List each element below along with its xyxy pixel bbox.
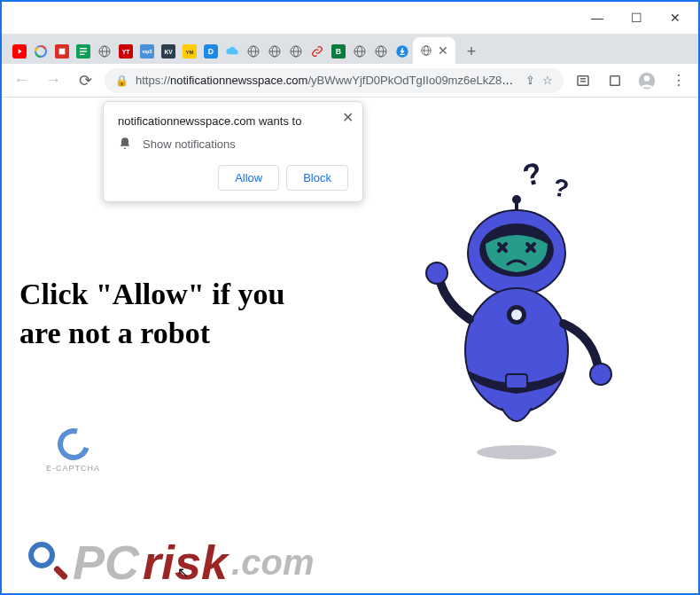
url-field[interactable]: 🔒 https://notificationnewsspace.com/yBWw… (105, 68, 564, 93)
svg-point-47 (644, 75, 650, 82)
svg-rect-5 (80, 48, 87, 49)
menu-icon[interactable]: ⋮ (666, 68, 691, 93)
window-maximize-button[interactable]: ☐ (617, 4, 656, 31)
permission-close-button[interactable]: ✕ (342, 109, 354, 126)
tab-favicon-globe-1[interactable] (94, 39, 115, 64)
tab-favicon-download[interactable] (392, 39, 413, 64)
tab-favicon-green-doc[interactable] (73, 39, 94, 64)
tab-favicon-ym[interactable]: YM (179, 39, 200, 64)
svg-point-60 (426, 262, 447, 284)
captcha-spinner-icon (51, 422, 95, 466)
captcha-label: E-CAPTCHA (46, 464, 100, 473)
tab-favicon-google[interactable] (30, 39, 51, 64)
tab-favicon-kv[interactable]: KV (158, 39, 179, 64)
tab-favicon-yt-red[interactable]: YT (115, 39, 136, 64)
profile-icon[interactable] (634, 68, 659, 93)
pcrisk-watermark: PCrisk.com (28, 535, 314, 590)
watermark-com: .com (231, 543, 314, 583)
permission-block-button[interactable]: Block (286, 165, 348, 191)
svg-text:mp3: mp3 (143, 49, 152, 54)
tab-favicon-link[interactable] (307, 39, 328, 64)
svg-rect-6 (80, 51, 87, 51)
svg-rect-3 (59, 49, 66, 55)
nav-forward-button[interactable]: → (41, 68, 66, 93)
magnifier-icon (28, 542, 69, 583)
share-icon[interactable]: ⇪ (525, 74, 535, 87)
svg-text:B: B (336, 47, 341, 56)
nav-reload-button[interactable]: ⟳ (73, 68, 97, 93)
new-tab-button[interactable]: + (459, 39, 484, 64)
svg-text:YM: YM (186, 50, 194, 55)
page-content: ✕ notificationnewsspace.com wants to Sho… (2, 98, 698, 595)
tab-favicon-globe-4[interactable] (285, 39, 307, 64)
svg-point-58 (511, 309, 522, 320)
tab-active[interactable]: ✕ (413, 37, 455, 64)
url-text: https://notificationnewsspace.com/yBWwwY… (136, 74, 518, 87)
captcha-badge: E-CAPTCHA (46, 428, 100, 473)
bell-icon (118, 137, 132, 151)
svg-point-51 (512, 195, 521, 204)
svg-text:D: D (208, 47, 214, 56)
star-icon[interactable]: ☆ (542, 74, 553, 87)
tab-favicon-mp3[interactable]: mp3 (136, 39, 158, 64)
svg-rect-45 (611, 75, 620, 85)
svg-rect-7 (80, 54, 84, 55)
tab-favicon-globe-3[interactable] (264, 39, 285, 64)
reading-list-icon[interactable] (571, 68, 595, 93)
tab-favicon-red-square[interactable] (51, 39, 73, 64)
tab-favicon-globe-2[interactable] (243, 39, 264, 64)
watermark-risk: risk (143, 535, 228, 590)
svg-text:KV: KV (164, 49, 173, 55)
tab-favicon-blue-d[interactable]: D (200, 39, 222, 64)
robot-illustration: ? ? (415, 160, 618, 470)
svg-text:?: ? (520, 160, 545, 192)
svg-text:YT: YT (122, 49, 130, 55)
tab-close-button[interactable]: ✕ (438, 43, 448, 58)
permission-item-text: Show notifications (143, 137, 236, 151)
notification-permission-dialog: ✕ notificationnewsspace.com wants to Sho… (103, 101, 363, 202)
permission-allow-button[interactable]: Allow (218, 165, 279, 191)
cursor-icon: ↖ (177, 564, 189, 581)
svg-rect-59 (506, 374, 527, 388)
tab-favicon-globe-5[interactable] (349, 39, 370, 64)
tab-favicon-globe-6[interactable] (370, 39, 392, 64)
globe-icon (420, 44, 432, 57)
tab-bar: YT mp3 KV YM D B ✕ + (2, 34, 698, 64)
window-titlebar: — ☐ ✕ (2, 2, 698, 34)
address-bar: ← → ⟳ 🔒 https://notificationnewsspace.co… (2, 64, 698, 98)
lock-icon: 🔒 (115, 74, 128, 87)
watermark-pc: PC (73, 535, 139, 590)
permission-title: notificationnewsspace.com wants to (118, 114, 348, 128)
tab-favicon-cloud[interactable] (222, 39, 243, 64)
window-minimize-button[interactable]: — (578, 4, 617, 31)
tab-favicon-youtube[interactable] (9, 39, 30, 64)
svg-point-61 (590, 364, 611, 385)
nav-back-button[interactable]: ← (9, 68, 34, 93)
extensions-icon[interactable] (603, 68, 627, 93)
svg-point-62 (477, 445, 556, 459)
page-headline: Click "Allow" if you are not a robot (19, 275, 285, 353)
tab-favicon-green-b[interactable]: B (328, 39, 349, 64)
svg-text:?: ? (551, 173, 571, 203)
window-close-button[interactable]: ✕ (656, 4, 695, 31)
